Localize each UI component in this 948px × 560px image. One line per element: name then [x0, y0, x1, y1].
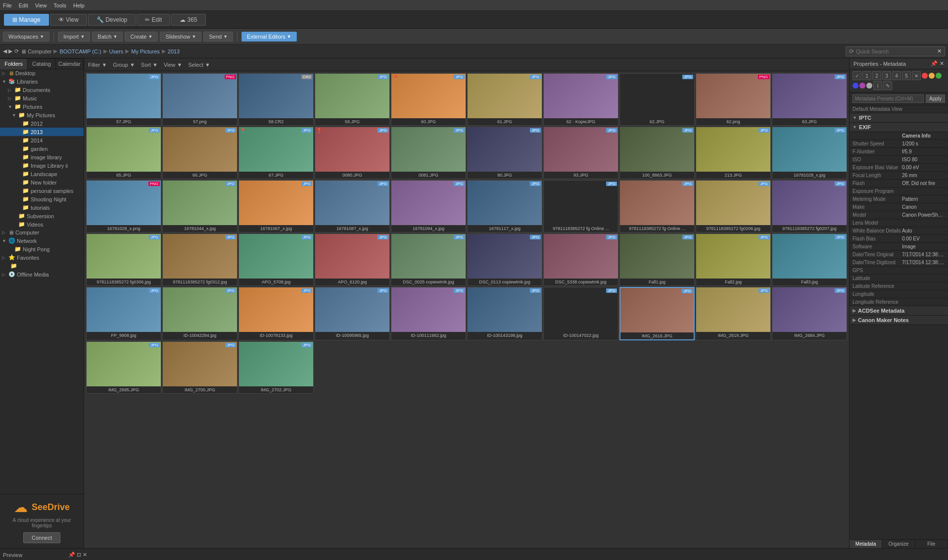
thumbnail-31[interactable]: JPG9781118385272 fg0312.jpg — [162, 233, 237, 286]
meta-check-btn[interactable]: ✓ — [853, 71, 861, 80]
select-button[interactable]: Select ▼ — [188, 62, 210, 68]
thumbnail-18[interactable]: JPG213.JPG — [696, 127, 771, 179]
thumbnail-34[interactable]: JPGDSC_0025 copiewtmk.jpg — [391, 233, 466, 286]
search-close-icon[interactable]: ✕ — [937, 48, 942, 54]
thumbnail-35[interactable]: JPGDSC_0113 copiewtmk.jpg — [467, 233, 542, 286]
tab-edit[interactable]: ✏ Edit — [137, 14, 170, 26]
thumbnail-40[interactable]: JPGFP_9908.jpg — [86, 287, 161, 340]
thumbnail-22[interactable]: JPG16781067_x.jpg — [238, 180, 314, 233]
meta-3-btn[interactable]: 3 — [882, 71, 891, 80]
thumbnail-33[interactable]: JPGAPO_6120.jpg — [315, 233, 390, 286]
thumbnail-13[interactable]: JPG📍0080.JPG — [315, 127, 390, 179]
breadcrumb-folder[interactable]: 2013 — [168, 48, 180, 54]
thumbnail-8[interactable]: PNG62.png — [696, 73, 771, 126]
meta-5-btn[interactable]: 5 — [902, 71, 911, 80]
seedrive-connect-button[interactable]: Connect — [23, 532, 60, 543]
thumbnail-43[interactable]: JPGID-10095965.jpg — [315, 287, 390, 340]
tree-item-libraries[interactable]: ▼ 📚 Libraries — [0, 77, 84, 86]
sort-button[interactable]: Sort ▼ — [141, 62, 158, 68]
thumbnail-25[interactable]: JPG16781117_x.jpg — [467, 180, 542, 233]
thumbnail-4[interactable]: JPG📍60.JPG — [391, 73, 466, 126]
tab-365[interactable]: ☁ 365 — [171, 14, 205, 26]
thumbnail-12[interactable]: JPG📍67.JPG — [238, 127, 314, 179]
tree-item-tutorials[interactable]: 📁 tutorials — [0, 203, 84, 212]
thumbnail-51[interactable]: JPGIMG_2700.JPG — [162, 341, 237, 394]
thumbnail-30[interactable]: JPG9781118385272 fg0306.jpg — [86, 233, 161, 286]
external-editors-button[interactable]: External Editors ▼ — [241, 32, 297, 42]
tree-item-subversion[interactable]: 📁 Subversion — [0, 212, 84, 220]
exif-section[interactable]: ▼ EXIF — [850, 123, 948, 132]
thumbnail-52[interactable]: JPGIMG_2702.JPG — [238, 341, 314, 394]
tree-item-offline-media[interactable]: ▷ 💿 Offline Media — [0, 270, 84, 279]
search-input[interactable] — [856, 48, 935, 54]
tree-item-pictures[interactable]: ▼ 📁 Pictures — [0, 102, 84, 111]
tree-item-night-pong[interactable]: 📁 Night Pong — [0, 245, 84, 253]
metadata-preset-input[interactable] — [853, 94, 924, 103]
color-red[interactable] — [922, 73, 928, 79]
menu-tools[interactable]: Tools — [53, 2, 66, 8]
thumbnail-10[interactable]: JPG65.JPG — [86, 127, 161, 179]
breadcrumb-computer[interactable]: 🖥 Computer — [21, 48, 51, 54]
breadcrumb-pictures[interactable]: My Pictures — [131, 48, 159, 54]
slideshow-button[interactable]: Slideshow ▼ — [160, 32, 201, 42]
preview-close-icon[interactable]: ✕ — [83, 552, 87, 558]
batch-button[interactable]: Batch ▼ — [92, 32, 123, 42]
meta-edit-btn[interactable]: ✎ — [883, 81, 892, 90]
meta-4-btn[interactable]: 4 — [892, 71, 901, 80]
menu-help[interactable]: Help — [73, 2, 85, 8]
thumbnail-7[interactable]: JPG62.JPG — [619, 73, 695, 126]
thumbnail-36[interactable]: JPGDSC_5338 copiewtmk.jpg — [543, 233, 618, 286]
tab-develop[interactable]: 🔧 Develop — [88, 14, 136, 26]
thumbnail-48[interactable]: JPGIMG_2619.JPG — [696, 287, 771, 340]
send-button[interactable]: Send ▼ — [203, 32, 233, 42]
color-blue[interactable] — [853, 83, 858, 89]
menu-edit[interactable]: Edit — [19, 2, 28, 8]
filter-button[interactable]: Filter ▼ — [88, 62, 107, 68]
tree-item-2013[interactable]: 📁 2013 — [0, 128, 84, 136]
thumbnail-26[interactable]: JPG9781118385272 fg Online ... — [543, 180, 618, 233]
color-purple[interactable] — [859, 83, 865, 89]
thumbnail-1[interactable]: PNG57.png — [162, 73, 237, 126]
sidebar-tab-catalog[interactable]: Catalog — [28, 59, 55, 69]
breadcrumb-drive[interactable]: BOOTCAMP (C:) — [59, 48, 101, 54]
menu-file[interactable]: File — [3, 2, 12, 8]
tree-item-personal-samples[interactable]: 📁 personal samples — [0, 187, 84, 195]
color-yellow[interactable] — [929, 73, 935, 79]
thumbnail-41[interactable]: JPGID-10042284.jpg — [162, 287, 237, 340]
tree-item-network[interactable]: ▼ 🌐 Network — [0, 236, 84, 245]
search-box[interactable]: ⟳ ✕ — [846, 47, 945, 56]
thumbnail-47[interactable]: JPGIMG_2616.JPG — [619, 287, 695, 340]
apply-button[interactable]: Apply — [926, 94, 945, 103]
preview-expand-icon[interactable]: ⊡ — [77, 552, 81, 558]
meta-x-btn[interactable]: ✕ — [912, 71, 921, 80]
thumbnail-45[interactable]: JPGID-100143198.jpg — [467, 287, 542, 340]
thumbnail-15[interactable]: JPG90.JPG — [467, 127, 542, 179]
thumbnail-42[interactable]: JPGID-10078133.jpg — [238, 287, 314, 340]
thumbnail-21[interactable]: JPG16781044_x.jpg — [162, 180, 237, 233]
thumbnail-28[interactable]: JPG9781118385272 fg0206.jpg — [696, 180, 771, 233]
props-pin-icon[interactable]: 📌 — [931, 60, 938, 67]
meta-info-btn[interactable]: i — [873, 81, 882, 90]
tree-item-favorites[interactable]: ▷ ⭐ Favorites — [0, 253, 84, 262]
thumbnail-46[interactable]: JPGID-100147022.jpg — [543, 287, 618, 340]
tree-item-blank[interactable]: 📁 — [0, 262, 84, 270]
breadcrumb-users[interactable]: Users — [109, 48, 124, 54]
thumbnail-27[interactable]: JPG9781118385272 fg Online ... — [619, 180, 695, 233]
menu-view[interactable]: View — [35, 2, 47, 8]
tab-view[interactable]: 👁 View — [50, 14, 87, 26]
tree-item-2012[interactable]: 📁 2012 — [0, 119, 84, 128]
color-gray[interactable] — [866, 83, 872, 89]
meta-2-btn[interactable]: 2 — [872, 71, 881, 80]
thumbnail-29[interactable]: JPG9781118385272 fg0207.jpg — [772, 180, 847, 233]
tree-item-2014[interactable]: 📁 2014 — [0, 136, 84, 144]
thumbnail-14[interactable]: JPG0081.JPG — [391, 127, 466, 179]
tree-item-landscape[interactable]: 📁 Landscape — [0, 170, 84, 178]
iptc-section[interactable]: ▼ IPTC — [850, 113, 948, 123]
tree-item-garden[interactable]: 📁 garden — [0, 144, 84, 153]
metadata-scroll[interactable]: ▼ IPTC ▼ EXIF Camera Info Shutter Speed1… — [850, 113, 948, 539]
thumbnail-37[interactable]: JPGFall1.jpg — [619, 233, 695, 286]
thumbnail-9[interactable]: JPG63.JPG — [772, 73, 847, 126]
props-tab-metadata[interactable]: Metadata — [850, 540, 882, 548]
thumbnail-49[interactable]: JPGIMG_2684.JPG — [772, 287, 847, 340]
thumbnail-44[interactable]: JPGID-100111662.jpg — [391, 287, 466, 340]
